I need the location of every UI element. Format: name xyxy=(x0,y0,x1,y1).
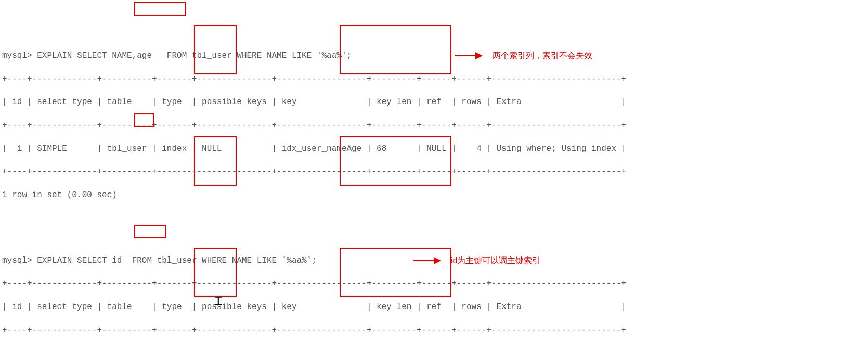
highlight-cols-1 xyxy=(134,2,186,16)
text-cursor-icon: Ꮖ xyxy=(215,294,222,308)
blank-line xyxy=(2,212,866,226)
table-border: +----+-------------+----------+-------+-… xyxy=(2,165,866,179)
select-columns: NAME,age xyxy=(112,51,152,60)
table-row: | 1 | SIMPLE | tbl_user | index | NULL |… xyxy=(2,142,866,156)
table-border: +----+-------------+----------+-------+-… xyxy=(2,72,866,86)
result-footer: 1 row in set (0.00 sec) xyxy=(2,188,866,202)
arrow-icon xyxy=(455,53,483,58)
table-header: | id | select_type | table | type | poss… xyxy=(2,300,866,314)
table-header: | id | select_type | table | type | poss… xyxy=(2,95,866,109)
sql-line: mysql> EXPLAIN SELECT NAME,age FROM tbl_… xyxy=(2,49,866,63)
arrow-icon xyxy=(413,258,442,263)
sql-line: mysql> EXPLAIN SELECT id FROM tbl_user W… xyxy=(2,254,866,268)
table-border: +----+-------------+----------+-------+-… xyxy=(2,324,866,338)
table-border: +----+-------------+----------+-------+-… xyxy=(2,277,866,291)
annotation: id为主键可以调主键索引 xyxy=(413,254,540,268)
select-columns: id xyxy=(112,256,122,265)
annotation: 两个索引列，索引不会失效 xyxy=(455,49,592,63)
table-border: +----+-------------+----------+-------+-… xyxy=(2,119,866,133)
highlight-cols-3 xyxy=(134,225,166,238)
